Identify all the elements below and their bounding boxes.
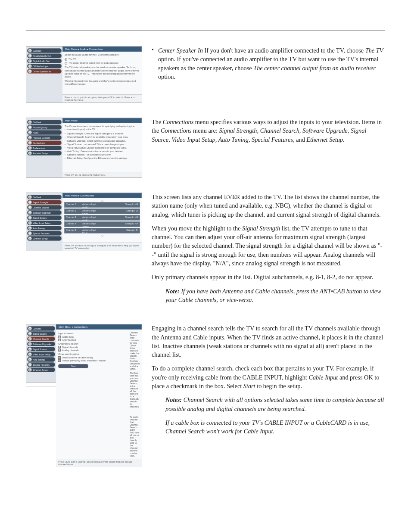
signal-strength-p1: This screen lists any channel EVER added…	[152, 193, 385, 219]
menu-item-fixed-variable[interactable]: 1Fixed/Variable Out	[27, 53, 62, 58]
menu-item-special-features[interactable]: 7Special Features	[27, 362, 55, 367]
hint-bar: Press OK to start a Channel Search using…	[56, 459, 142, 467]
breadcrumb: Main Menu ▸ Connections	[56, 324, 142, 330]
menu-item-audio[interactable]: 2Audio	[27, 130, 62, 135]
checkbox-include-prev[interactable]: ✓Include previously found channels in se…	[58, 359, 127, 362]
bullet-icon: •	[152, 46, 154, 86]
signal-strength-p2: When you move the highlight to the Signa…	[152, 224, 385, 268]
screenshot-signal-strength: 0Go Back 1Signal Strength 2Channel Searc…	[26, 193, 142, 251]
screenshot-channel-search: 0Go Back 1Signal Search 2Channel Search …	[26, 324, 142, 383]
hint-bar: Press ▴ or ▾ to point to an option, then…	[62, 94, 142, 103]
checkbox-detect[interactable]: ✓Detect antenna or cable setting	[58, 356, 127, 359]
menu-item-picture-quality[interactable]: 1Picture Quality	[27, 125, 62, 130]
checkbox-digital[interactable]: ✓Digital channels	[58, 346, 127, 348]
panel-body: The Connections menu has screens for spe…	[62, 123, 142, 172]
menu-item-parental[interactable]: 3Parental Controls	[27, 135, 62, 140]
menu-item-digital-audio[interactable]: 2Digital Audio Out	[27, 59, 62, 63]
channel-search-note1: Notes: Channel Search with all options s…	[165, 395, 385, 413]
menu-item-channel-search[interactable]: 2Channel Search	[27, 205, 62, 210]
checkbox-antenna-input[interactable]: ✓Antenna Input	[58, 339, 127, 341]
menu-item-special-features[interactable]: 7Special Features	[27, 231, 62, 236]
menu-item-go-back[interactable]: 0Go Back	[27, 120, 62, 124]
checkbox-cable-input[interactable]: ✓Cable Input	[58, 336, 127, 338]
menu-item-center-speaker[interactable]: 4Center Speaker In	[27, 69, 62, 74]
menu-item-auto-tuning[interactable]: 6Auto Tuning	[27, 226, 62, 230]
menu-item-ethernet-setup[interactable]: 8Ethernet Setup	[27, 236, 62, 241]
menu-item-signal-source[interactable]: 4Signal Source	[27, 347, 55, 352]
checkbox-analog[interactable]: ✓Analog channels	[58, 349, 127, 352]
menu-item-go-back[interactable]: 0Go Back	[27, 48, 62, 53]
menu-item-video-input-setup[interactable]: 5Video Input Setup	[27, 221, 62, 225]
scroll-up-icon[interactable]: △	[64, 199, 140, 202]
menu-item-signal-search[interactable]: 1Signal Search	[27, 331, 55, 336]
table-row[interactable]: Channel 4Antenna InputAnalogStrength: N/…	[64, 221, 140, 227]
breadcrumb: Main Menu ▸ Connections	[62, 193, 142, 198]
menu-item-ethernet-setup[interactable]: 8Ethernet Setup	[27, 367, 55, 372]
breadcrumb: Main Menu	[62, 118, 142, 123]
signal-strength-note: Note: If you have both Antenna and Cable…	[165, 287, 385, 305]
breadcrumb: Main Menu ▸ Audio ▸ Connections	[62, 47, 142, 52]
table-row[interactable]: Channel 2Antenna InputDigitalStrength: 9…	[64, 208, 140, 214]
connections-description: The Connections menu specifies various w…	[152, 118, 385, 144]
hint-bar: Press OK or ▸ to access the Audio menu.	[62, 172, 142, 177]
menu-item-assisted-setup[interactable]: 6Assisted Setup	[27, 151, 62, 156]
channel-search-p1: Engaging in a channel search tells the T…	[152, 324, 385, 359]
table-row[interactable]: Channel 3Antenna InputAnalogStrength: N/…	[64, 215, 140, 221]
menu-sidebar: 0Go Back 1Signal Strength 2Channel Searc…	[26, 193, 62, 251]
hint-bar: Press OK to measure the signal strengths…	[62, 243, 142, 251]
menu-item-go-back[interactable]: 0Go Back	[27, 326, 55, 331]
radio-tv[interactable]: The TV.	[65, 58, 140, 61]
menu-sidebar: 0Go Back 1Fixed/Variable Out 2Digital Au…	[26, 47, 62, 103]
menu-item-video-input-setup[interactable]: 5Video Input Setup	[27, 352, 55, 357]
menu-sidebar: 0Go Back 1Picture Quality 2Audio 3Parent…	[26, 118, 62, 177]
panel-body: Input to search: ✓Cable Input ✓Antenna I…	[56, 330, 142, 459]
panel-body: Select the audio source for the TV's int…	[62, 52, 142, 94]
menu-item-signal-source[interactable]: 4Signal Source	[27, 215, 62, 220]
channel-search-note2: If a cable box is connected to your TV's…	[165, 418, 385, 436]
menu-item-auto-tuning[interactable]: 6Auto Tuning	[27, 357, 55, 362]
menu-item-software-upgrade[interactable]: 3Software Upgrade	[27, 210, 62, 215]
panel-body: △ Channel 1Antenna InputAnalogStrength: …	[62, 198, 142, 243]
table-row[interactable]: Channel 5Antenna InputDigitalStrength: 8…	[64, 228, 140, 233]
scroll-down-icon[interactable]: ▽	[64, 234, 140, 237]
screenshot-connections-menu: 0Go Back 1Picture Quality 2Audio 3Parent…	[26, 118, 142, 178]
screenshot-center-speaker: 0Go Back 1Fixed/Variable Out 2Digital Au…	[26, 46, 142, 103]
menu-item-connections[interactable]: 4Connections	[27, 140, 62, 145]
menu-item-channel-search[interactable]: 2Channel Search	[27, 336, 55, 341]
menu-item-dvi-audio[interactable]: 3DVI Audio Input	[27, 64, 62, 68]
table-row[interactable]: Channel 1Antenna InputAnalogStrength: N/…	[64, 202, 140, 208]
menu-item-software-upgrade[interactable]: 3Software Upgrade	[27, 342, 55, 346]
center-speaker-description: Center Speaker In If you don't have an a…	[158, 46, 385, 81]
menu-item-go-back[interactable]: 0Go Back	[27, 195, 62, 199]
menu-item-signal-strength[interactable]: 1Signal Strength	[27, 200, 62, 205]
radio-center-channel[interactable]: The center channel output from an audio …	[65, 62, 140, 65]
menu-sidebar: 0Go Back 1Signal Search 2Channel Search …	[26, 324, 56, 382]
menu-item-preferences[interactable]: 5Preferences	[27, 146, 62, 150]
signal-strength-p3: Only primary channels appear in the list…	[152, 273, 385, 281]
channel-search-p2: To do a complete channel search, check e…	[152, 364, 385, 390]
start-button[interactable]: Start	[58, 364, 88, 368]
